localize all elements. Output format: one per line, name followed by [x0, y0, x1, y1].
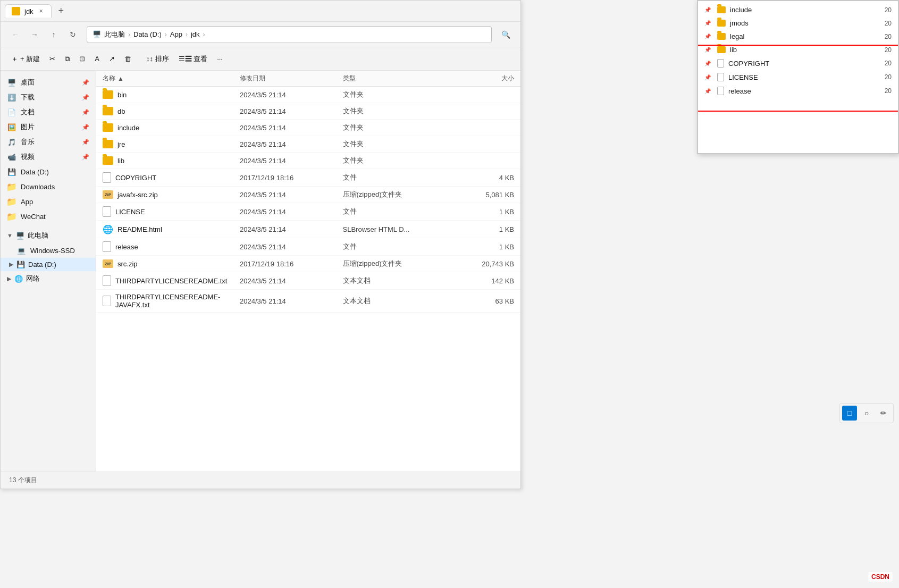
pin-icon-3: 📌: [82, 109, 89, 116]
file-date: 2024/3/5 21:14: [240, 124, 343, 132]
active-tab[interactable]: jdk ×: [5, 4, 52, 18]
cut-button[interactable]: ✂: [45, 53, 60, 65]
table-row[interactable]: db 2024/3/5 21:14 文件夹: [96, 103, 520, 120]
rename-button[interactable]: A: [90, 53, 104, 65]
table-row[interactable]: lib 2024/3/5 21:14 文件夹: [96, 153, 520, 169]
overlay-list-item[interactable]: 📌 lib 20: [698, 43, 898, 56]
sidebar-item-video[interactable]: 📹 视频 📌: [1, 149, 96, 164]
delete-button[interactable]: 🗑: [120, 53, 136, 65]
datad-drive-icon: 💾: [16, 261, 25, 268]
copy-button[interactable]: ⧉: [61, 53, 74, 65]
file-size: 1 KB: [446, 243, 514, 251]
col-size-header[interactable]: 大小: [446, 74, 514, 83]
file-type: 压缩(zipped)文件夹: [343, 190, 446, 199]
sort-button[interactable]: ↕ ↕ 排序: [142, 52, 173, 66]
overlay-item-size: 20: [885, 73, 892, 81]
file-name: THIRDPARTYLICENSEREADME-JAVAFX.txt: [103, 293, 240, 309]
more-button[interactable]: ···: [213, 53, 227, 65]
view-button[interactable]: ☰ ☰ 查看: [174, 52, 212, 66]
overlay-list-item[interactable]: 📌 COPYRIGHT 20: [698, 56, 898, 70]
table-row[interactable]: ZIP src.zip 2017/12/19 18:16 压缩(zipped)文…: [96, 256, 520, 272]
file-size: 20,743 KB: [446, 260, 514, 268]
col-name-header[interactable]: 名称 ▲: [103, 74, 240, 83]
address-bar[interactable]: 🖥️ 此电脑 › Data (D:) › App › jdk ›: [87, 26, 492, 43]
paste-button[interactable]: ⊡: [75, 53, 89, 65]
forward-button[interactable]: →: [26, 26, 43, 43]
overlay-item-size: 20: [885, 20, 892, 27]
file-type: 文件夹: [343, 106, 446, 116]
txt-icon: [103, 296, 111, 306]
network-header[interactable]: ▶ 🌐 网络: [1, 271, 96, 286]
more-icon: ···: [217, 55, 223, 63]
overlay-item-name: legal: [730, 32, 880, 40]
pen-tool-button[interactable]: ✏: [876, 406, 891, 421]
overlay-item-size: 20: [885, 46, 892, 54]
this-pc-header[interactable]: ▼ 🖥️ 此电脑: [1, 228, 96, 243]
overlay-list-item[interactable]: 📌 include 20: [698, 3, 898, 16]
file-name: bin: [103, 90, 240, 99]
table-row[interactable]: release 2024/3/5 21:14 文件 1 KB: [96, 238, 520, 256]
tab-close-button[interactable]: ×: [38, 7, 45, 15]
sidebar-item-music[interactable]: 🎵 音乐 📌: [1, 135, 96, 149]
table-row[interactable]: LICENSE 2024/3/5 21:14 文件 1 KB: [96, 203, 520, 221]
status-bar: 13 个项目: [1, 472, 520, 489]
overlay-list-item[interactable]: 📌 jmods 20: [698, 16, 898, 30]
table-row[interactable]: bin 2024/3/5 21:14 文件夹: [96, 87, 520, 103]
up-button[interactable]: ↑: [45, 26, 62, 43]
download-icon: ⬇️: [7, 93, 16, 102]
sidebar-item-windows-ssd[interactable]: 💻 Windows-SSD: [1, 243, 96, 258]
sidebar-item-downloads-folder[interactable]: 📁 Downloads: [1, 179, 96, 194]
address-drive[interactable]: Data (D:): [133, 30, 162, 38]
doc-icon: [103, 172, 111, 183]
table-row[interactable]: COPYRIGHT 2017/12/19 18:16 文件 4 KB: [96, 169, 520, 187]
pin-icon-5: 📌: [82, 139, 89, 146]
file-list: 名称 ▲ 修改日期 类型 大小 bin 2024/3/5 21:14 文件夹 d…: [96, 71, 520, 472]
rect-tool-button[interactable]: □: [842, 406, 857, 421]
overlay-list-item[interactable]: 📌 release 20: [698, 84, 898, 98]
col-type-header[interactable]: 类型: [343, 74, 446, 83]
file-name: ZIP javafx-src.zip: [103, 190, 240, 199]
circle-tool-button[interactable]: ○: [859, 406, 874, 421]
new-button[interactable]: ＋ + 新建: [7, 52, 44, 66]
folder-icon: [103, 123, 113, 132]
share-button[interactable]: ↗: [105, 53, 119, 65]
overlay-pin: 📌: [704, 20, 711, 26]
sidebar-item-download[interactable]: ⬇️ 下载 📌: [1, 90, 96, 105]
folder-icon: [103, 156, 113, 165]
overlay-folder-icon: [717, 46, 726, 53]
address-app[interactable]: App: [170, 30, 182, 38]
sidebar-item-desktop[interactable]: 🖥️ 桌面 📌: [1, 75, 96, 90]
folder-icon: [103, 90, 113, 99]
sidebar-item-wechat[interactable]: 📁 WeChat: [1, 209, 96, 224]
table-row[interactable]: THIRDPARTYLICENSEREADME-JAVAFX.txt 2024/…: [96, 290, 520, 313]
overlay-list-item[interactable]: 📌 legal 20: [698, 30, 898, 43]
pin-icon: 📌: [82, 79, 89, 86]
address-jdk[interactable]: jdk: [191, 30, 200, 38]
pin-icon-4: 📌: [82, 124, 89, 131]
overlay-list-item[interactable]: 📌 LICENSE 20: [698, 70, 898, 84]
overlay-item-size: 20: [885, 33, 892, 40]
share-icon: ↗: [109, 55, 115, 63]
search-button[interactable]: 🔍: [497, 26, 514, 43]
table-row[interactable]: ZIP javafx-src.zip 2024/3/5 21:14 压缩(zip…: [96, 187, 520, 203]
sidebar-item-pictures[interactable]: 🖼️ 图片 📌: [1, 120, 96, 135]
table-row[interactable]: 🌐 README.html 2024/3/5 21:14 SLBrowser H…: [96, 221, 520, 238]
col-date-header[interactable]: 修改日期: [240, 74, 343, 83]
new-tab-button[interactable]: +: [54, 4, 69, 19]
file-type: 文本文档: [343, 296, 446, 306]
sidebar-datad-section[interactable]: ▶ 💾 Data (D:): [1, 258, 96, 271]
refresh-button[interactable]: ↻: [64, 26, 81, 43]
back-button[interactable]: ←: [7, 26, 24, 43]
table-row[interactable]: jre 2024/3/5 21:14 文件夹: [96, 136, 520, 153]
overlay-item-name: lib: [730, 46, 880, 54]
new-icon: ＋: [11, 54, 18, 64]
table-row[interactable]: include 2024/3/5 21:14 文件夹: [96, 120, 520, 136]
address-computer[interactable]: 此电脑: [104, 30, 125, 39]
sidebar-item-app[interactable]: 📁 App: [1, 194, 96, 209]
sidebar-item-datad[interactable]: 💾 Data (D:): [1, 164, 96, 179]
txt-icon: [103, 275, 111, 286]
table-row[interactable]: THIRDPARTYLICENSEREADME.txt 2024/3/5 21:…: [96, 272, 520, 290]
file-name: db: [103, 107, 240, 115]
sidebar-item-documents[interactable]: 📄 文档 📌: [1, 105, 96, 120]
sidebar: 🖥️ 桌面 📌 ⬇️ 下载 📌 📄 文档 📌 🖼️ 图片 📌 🎵: [1, 71, 96, 472]
